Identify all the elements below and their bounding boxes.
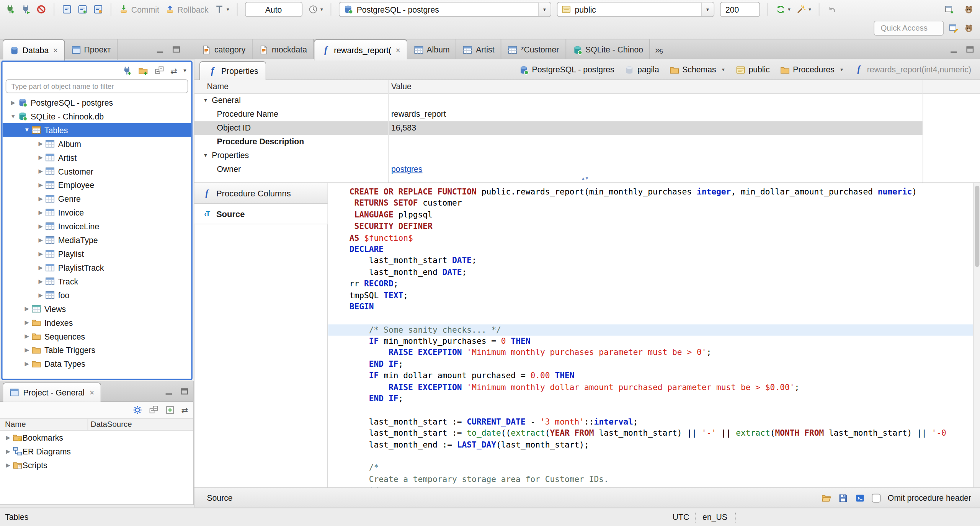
owner-link[interactable]: postgres <box>391 164 422 173</box>
save-to-file-icon[interactable] <box>838 493 848 503</box>
commit-button[interactable]: Commit <box>119 4 159 14</box>
sash-collapse-icon[interactable]: ▴▾ <box>582 176 590 181</box>
subtab-source[interactable]: ‹TSource <box>194 204 328 224</box>
auto-refresh-button[interactable]: ▾ <box>776 4 791 14</box>
collapsed-arrow-icon[interactable]: ▶ <box>23 361 31 367</box>
sidebar-tab-проект[interactable]: Проект <box>65 39 118 60</box>
connect-icon[interactable] <box>21 4 31 14</box>
tree-item-views[interactable]: ▶Views <box>3 302 191 316</box>
property-row-procedure-description[interactable]: Procedure Description <box>194 135 980 149</box>
chevron-down-icon[interactable]: ▼ <box>840 67 844 72</box>
breadcrumb-public[interactable]: public <box>735 65 770 75</box>
disconnect-icon[interactable] <box>36 4 46 14</box>
collapsed-arrow-icon[interactable]: ▶ <box>23 319 31 325</box>
timezone-indicator[interactable]: UTC <box>673 513 689 522</box>
transaction-log-button[interactable]: ▾ <box>214 4 229 14</box>
expanded-arrow-icon[interactable]: ▼ <box>203 94 208 108</box>
project-item-bookmarks[interactable]: ▶Bookmarks <box>0 431 193 444</box>
collapsed-arrow-icon[interactable]: ▶ <box>23 347 31 353</box>
tree-item-sqlite-chinook-db[interactable]: ▼SQLite - Chinook.db <box>3 109 191 123</box>
breadcrumb-rewards-report-int4-numeric[interactable]: frewards_report(int4,numeric) <box>854 65 971 75</box>
auto-commit-button[interactable]: Auto <box>245 2 302 17</box>
new-folder-icon[interactable] <box>138 65 148 75</box>
property-row-object-id[interactable]: Object ID16,583 <box>194 121 923 135</box>
project-item-er-diagrams[interactable]: ▶ER Diagrams <box>0 444 193 458</box>
maximize-editor-icon[interactable] <box>965 44 975 54</box>
tree-item-invoice[interactable]: ▶Invoice <box>3 206 191 219</box>
column-header-name[interactable]: Name <box>5 420 26 429</box>
breadcrumb-pagila[interactable]: pagila <box>624 65 659 75</box>
chevron-down-icon[interactable]: ▼ <box>721 67 725 72</box>
collapsed-arrow-icon[interactable]: ▶ <box>36 237 45 243</box>
breadcrumb-postgresql-postgres[interactable]: PostgreSQL - postgres <box>519 65 614 75</box>
hidden-tabs-indicator[interactable]: »5 <box>655 39 663 60</box>
connection-selector[interactable]: PostgreSQL - postgres ▼ <box>338 2 551 17</box>
new-connection-icon[interactable] <box>5 4 15 14</box>
locale-indicator[interactable]: en_US <box>702 513 727 522</box>
collapsed-arrow-icon[interactable]: ▶ <box>23 305 31 312</box>
tree-item-playlist[interactable]: ▶Playlist <box>3 247 191 261</box>
tree-item-customer[interactable]: ▶Customer <box>3 164 191 178</box>
link-with-editor-icon[interactable]: ⇄ <box>181 406 188 414</box>
collapsed-arrow-icon[interactable]: ▶ <box>36 154 45 160</box>
dbeaver-perspective-icon[interactable] <box>964 4 974 14</box>
project-general-tab[interactable]: Project - General × <box>3 382 101 402</box>
editor-tab-category[interactable]: category <box>195 39 252 60</box>
subtab-procedure-columns[interactable]: fProcedure Columns <box>194 183 328 204</box>
tree-item-artist[interactable]: ▶Artist <box>3 150 191 164</box>
tree-item-invoiceline[interactable]: ▶InvoiceLine <box>3 219 191 233</box>
project-item-scripts[interactable]: ▶Scripts <box>0 458 193 472</box>
gear-icon[interactable] <box>132 405 142 415</box>
minimize-editor-icon[interactable] <box>949 44 959 54</box>
maximize-view-icon[interactable] <box>180 386 189 396</box>
tree-item-foo[interactable]: ▶foo <box>3 288 191 302</box>
collapsed-arrow-icon[interactable]: ▶ <box>9 100 18 106</box>
navigator-filter-input[interactable]: Type part of object name to filter <box>6 79 188 93</box>
sidebar-tab-databa[interactable]: Databa× <box>3 39 65 61</box>
link-with-editor-icon[interactable]: ⇄ <box>170 67 177 75</box>
close-tab-icon[interactable]: × <box>395 46 400 55</box>
rollback-button[interactable]: Rollback <box>165 4 209 14</box>
expand-all-icon[interactable] <box>165 405 175 415</box>
collapsed-arrow-icon[interactable]: ▶ <box>36 168 45 174</box>
collapsed-arrow-icon[interactable]: ▶ <box>4 462 13 468</box>
collapsed-arrow-icon[interactable]: ▶ <box>36 265 45 271</box>
load-from-file-icon[interactable] <box>822 493 831 503</box>
collapsed-arrow-icon[interactable]: ▶ <box>23 333 31 339</box>
tree-item-employee[interactable]: ▶Employee <box>3 178 191 192</box>
collapsed-arrow-icon[interactable]: ▶ <box>36 209 45 216</box>
open-in-sql-console-icon[interactable] <box>855 493 865 503</box>
tree-item-mediatype[interactable]: ▶MediaType <box>3 233 191 247</box>
collapsed-arrow-icon[interactable]: ▶ <box>36 292 45 298</box>
breadcrumb-procedures[interactable]: Procedures▼ <box>780 65 844 75</box>
collapsed-arrow-icon[interactable]: ▶ <box>36 223 45 229</box>
collapse-all-icon[interactable] <box>149 405 159 415</box>
dbeaver-logo-icon[interactable] <box>964 23 974 33</box>
collapsed-arrow-icon[interactable]: ▶ <box>4 435 13 441</box>
close-tab-icon[interactable]: × <box>53 46 58 55</box>
expanded-arrow-icon[interactable]: ▼ <box>9 113 18 119</box>
generate-sql-button[interactable]: ▾ <box>796 4 811 14</box>
tree-item-playlisttrack[interactable]: ▶PlaylistTrack <box>3 261 191 274</box>
dropdown-arrow-icon[interactable]: ▼ <box>538 3 550 16</box>
property-row-properties[interactable]: ▼Properties <box>194 149 980 163</box>
tree-item-postgresql-postgres[interactable]: ▶PostgreSQL - postgres <box>3 96 191 109</box>
tree-item-table-triggers[interactable]: ▶Table Triggers <box>3 343 191 357</box>
tree-item-indexes[interactable]: ▶Indexes <box>3 315 191 329</box>
collapsed-arrow-icon[interactable]: ▶ <box>36 196 45 202</box>
omit-procedure-header-checkbox[interactable] <box>872 493 881 502</box>
source-code-viewer[interactable]: CREATE OR REPLACE FUNCTION public.reward… <box>328 183 980 487</box>
new-connection-icon[interactable] <box>122 65 132 75</box>
minimize-view-icon[interactable] <box>164 386 174 396</box>
collapsed-arrow-icon[interactable]: ▶ <box>4 448 13 454</box>
tree-item-data-types[interactable]: ▶Data Types <box>3 357 191 371</box>
tree-item-album[interactable]: ▶Album <box>3 137 191 151</box>
auto-refresh-timer-button[interactable]: ▾ <box>308 4 323 14</box>
tree-item-sequences[interactable]: ▶Sequences <box>3 329 191 343</box>
tree-item-track[interactable]: ▶Track <box>3 274 191 288</box>
property-row-procedure-name[interactable]: Procedure Namerewards_report <box>194 108 980 121</box>
maximize-view-icon[interactable] <box>171 44 181 54</box>
breadcrumb-schemas[interactable]: Schemas▼ <box>669 65 725 75</box>
property-row-owner[interactable]: Ownerpostgres <box>194 162 980 176</box>
tree-item-genre[interactable]: ▶Genre <box>3 192 191 206</box>
